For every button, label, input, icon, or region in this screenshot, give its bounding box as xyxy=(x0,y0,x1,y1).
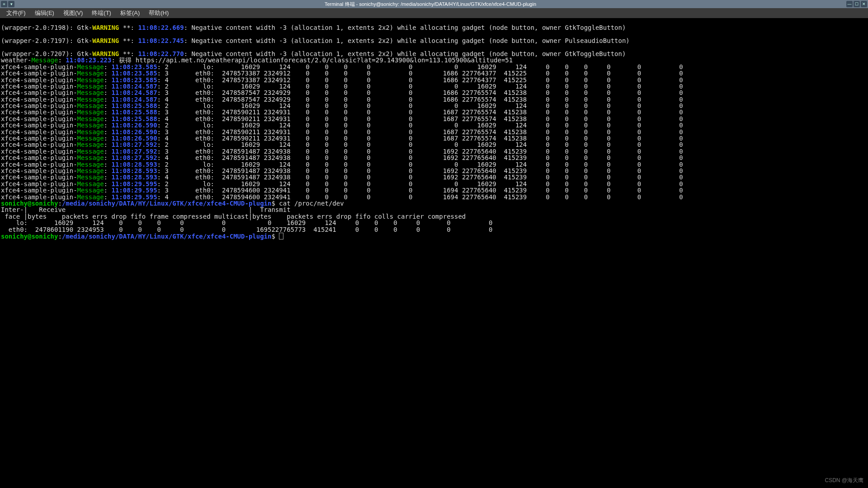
window-title: Terminal 终端 - sonichy@sonichy: /media/so… xyxy=(14,1,846,8)
menu-file[interactable]: 文件(F) xyxy=(2,8,30,18)
title-prefix: Terminal 终端 xyxy=(325,1,355,7)
menu-help[interactable]: 帮助(H) xyxy=(144,8,173,18)
window-controls: — ☐ ✕ xyxy=(846,1,868,7)
menu-icon[interactable]: ≡ xyxy=(1,1,7,7)
pin-icon[interactable]: ▾ xyxy=(8,1,14,7)
title-path: sonichy@sonichy: /media/sonichy/DATA/HY/… xyxy=(359,1,536,7)
watermark: CSDN @海天鹰 xyxy=(825,477,863,484)
window-titlebar: ≡ ▾ Terminal 终端 - sonichy@sonichy: /medi… xyxy=(0,0,868,8)
cursor-icon xyxy=(279,233,283,239)
menu-tabs[interactable]: 标签(A) xyxy=(116,8,144,18)
menu-view[interactable]: 视图(V) xyxy=(59,8,87,18)
terminal-output[interactable]: (wrapper-2.0:7198): Gtk-WARNING **: 11:0… xyxy=(0,18,868,239)
window-left-icons: ≡ ▾ xyxy=(0,1,14,7)
close-button[interactable]: ✕ xyxy=(861,1,867,7)
menu-edit[interactable]: 编辑(E) xyxy=(30,8,59,18)
menu-term[interactable]: 终端(T) xyxy=(87,8,116,18)
minimize-button[interactable]: — xyxy=(846,1,853,7)
maximize-button[interactable]: ☐ xyxy=(854,1,860,7)
menubar: 文件(F) 编辑(E) 视图(V) 终端(T) 标签(A) 帮助(H) xyxy=(0,8,868,18)
